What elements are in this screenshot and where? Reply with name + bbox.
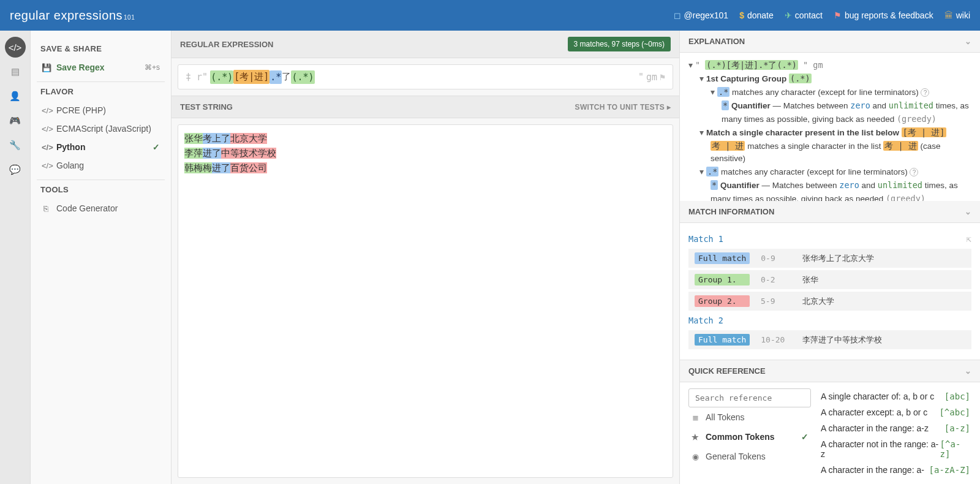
quickref-item[interactable]: A character in the range: a-[a-zA-Z] [820,462,971,478]
link-twitter[interactable]: ◻@regex101 [674,10,729,20]
link-bugs[interactable]: ⚑bug reports & feedback [834,10,933,20]
center-panel: REGULAR EXPRESSION 3 matches, 97 steps (… [172,31,680,484]
check-icon: ✓ [153,142,160,152]
right-panel: EXPLANATION ⌄ ▾" (.*)[考|进].*了(.*) " gm ▾… [680,31,980,484]
quickref-search-input[interactable] [688,388,811,407]
flavor-title: FLAVOR [40,87,161,96]
save-regex-button[interactable]: 💾 Save Regex ⌘+s [37,58,165,77]
flavor-pcre[interactable]: </>PCRE (PHP) [37,101,165,119]
save-share-title: SAVE & SHARE [40,44,161,53]
regex-input[interactable]: ‡ r" (.*)[考|进].*了(.*) " gm ⚑ [178,64,673,89]
regex-flags[interactable]: gm [646,72,657,83]
match-row[interactable]: Full match0-9张华考上了北京大学 [688,249,971,268]
rail-regex-icon[interactable]: </> [5,37,26,58]
top-bar: regular expressions101 ◻@regex101 $donat… [0,0,980,31]
save-regex-label: Save Regex [56,62,105,72]
save-shortcut: ⌘+s [145,63,160,72]
match-info-header: MATCH INFORMATION ⌄ [680,201,980,223]
qr-cat-general[interactable]: ◉General Tokens [688,447,811,466]
logo-sub: 101 [124,14,135,21]
collapse-icon[interactable]: ⌄ [965,37,971,46]
test-string-input[interactable]: 张华考上了北京大学 李萍进了中等技术学校 韩梅梅进了百货公司 [178,124,673,478]
match-info-body: Match 1⇱ Full match0-9张华考上了北京大学Group 1.0… [680,223,980,360]
qr-cat-all[interactable]: ≣All Tokens [688,407,811,427]
test-line: 李萍进了中等技术学校 [184,146,666,161]
top-links: ◻@regex101 $donate ✈contact ⚑bug reports… [674,10,970,20]
regex-label: REGULAR EXPRESSION [180,40,273,49]
code-icon: ⎘ [42,204,50,213]
quickref-item[interactable]: A character except: a, b or c[^abc] [820,404,971,420]
regex-header: REGULAR EXPRESSION 3 matches, 97 steps (… [172,31,679,58]
flavor-golang[interactable]: </>Golang [37,156,165,175]
quickref-header: QUICK REFERENCE ⌄ [680,360,980,382]
rail-library-icon[interactable]: ▤ [5,61,26,82]
check-icon: ✓ [801,432,809,442]
help-icon[interactable]: ? [910,168,918,176]
tools-title: TOOLS [40,185,161,194]
logo-expressions: expressions [50,9,123,22]
qr-cat-common[interactable]: ★Common Tokens✓ [688,427,811,447]
left-panel: SAVE & SHARE 💾 Save Regex ⌘+s FLAVOR </>… [31,31,172,484]
save-icon: 💾 [42,63,50,72]
match-row[interactable]: Full match10-20李萍进了中等技术学校 [688,330,971,349]
logo-regular: regular [10,9,50,22]
popout-icon[interactable]: ⇱ [967,234,971,244]
test-line: 张华考上了北京大学 [184,131,666,146]
main: </> ▤ 👤 🎮 🔧 💬 SAVE & SHARE 💾 Save Regex … [0,31,980,484]
logo[interactable]: regular expressions101 [10,9,135,23]
match-row[interactable]: Group 2.5-9北京大学 [688,292,971,311]
test-label: TEST STRING [180,102,233,112]
rail-chat-icon[interactable]: 💬 [5,159,26,180]
switch-unit-tests[interactable]: SWITCH TO UNIT TESTS ▸ [575,103,671,112]
collapse-icon[interactable]: ⌄ [965,366,971,376]
test-header: TEST STRING SWITCH TO UNIT TESTS ▸ [172,96,679,118]
code-generator[interactable]: ⎘Code Generator [37,199,165,217]
quickref-item[interactable]: A character in the range: a-z[a-z] [820,420,971,436]
quick-reference: QUICK REFERENCE ⌄ ≣All Tokens ★Common To… [680,360,980,484]
test-line: 韩梅梅进了百货公司 [184,161,666,175]
flavor-python[interactable]: </>Python✓ [37,138,165,156]
quickref-item[interactable]: A single character of: a, b or c[abc] [820,388,971,404]
rail-account-icon[interactable]: 👤 [5,86,26,107]
explanation-body: ▾" (.*)[考|进].*了(.*) " gm ▾1st Capturing … [680,53,980,201]
rail-settings-icon[interactable]: 🔧 [5,135,26,156]
match-badge: 3 matches, 97 steps (~0ms) [568,37,671,51]
rail-quiz-icon[interactable]: 🎮 [5,110,26,131]
quickref-item[interactable]: A character not in the range: a-z[^a-z] [820,436,971,462]
flavor-ecma[interactable]: </>ECMAScript (JavaScript) [37,119,165,138]
collapse-icon[interactable]: ⌄ [965,207,971,216]
regex-delim-left: ‡ r" [186,72,208,83]
link-contact[interactable]: ✈contact [785,10,823,20]
flag-icon[interactable]: ⚑ [660,72,665,83]
help-icon[interactable]: ? [921,88,929,97]
link-donate[interactable]: $donate [739,10,774,20]
match-row[interactable]: Group 1.0-2张华 [688,270,971,289]
explanation-header: EXPLANATION ⌄ [680,31,980,53]
link-wiki[interactable]: 🏛wiki [944,10,970,20]
icon-rail: </> ▤ 👤 🎮 🔧 💬 [0,31,31,484]
